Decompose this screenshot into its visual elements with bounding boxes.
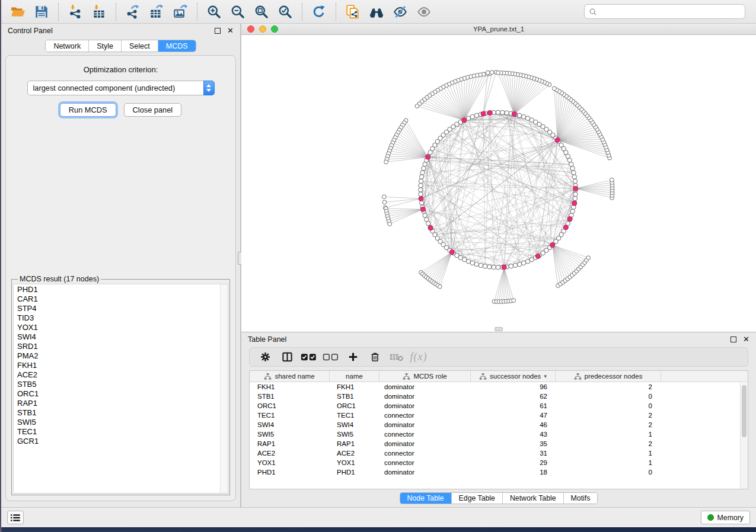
table-row[interactable]: STB1STB1dominator620 xyxy=(250,392,748,401)
run-mcds-button[interactable]: Run MCDS xyxy=(60,103,116,117)
mcds-result-item[interactable]: STP4 xyxy=(17,304,228,313)
column-header-shared-name[interactable]: shared name xyxy=(250,371,330,382)
mcds-result-item[interactable]: SWI4 xyxy=(17,332,228,342)
mcds-result-item[interactable]: PMA2 xyxy=(17,351,228,361)
zoom-selected-button[interactable] xyxy=(273,2,297,21)
toolbar-separator xyxy=(302,3,302,21)
task-history-button[interactable] xyxy=(7,511,24,524)
float-table-panel-icon[interactable] xyxy=(731,336,736,342)
mcds-result-item[interactable]: RAP1 xyxy=(17,399,228,408)
mcds-result-item[interactable]: STB1 xyxy=(17,408,228,418)
table-cell: FKH1 xyxy=(250,383,330,390)
export-image-button[interactable] xyxy=(168,2,192,21)
column-header-predecessor-nodes[interactable]: predecessor nodes xyxy=(556,371,661,382)
add-column-button[interactable] xyxy=(343,349,363,365)
column-header-successor-nodes[interactable]: successor nodes ▾ xyxy=(471,371,556,382)
result-list-scrollbar[interactable] xyxy=(220,284,228,493)
mcds-result-list[interactable]: PHD1CAR1STP4TID3YOX1SWI4SRD1PMA2FKH1ACE2… xyxy=(13,284,228,493)
save-session-button[interactable] xyxy=(30,2,53,21)
tab-mcds[interactable]: MCDS xyxy=(158,40,196,52)
settings-gear-button[interactable] xyxy=(255,349,275,365)
hide-graphics-details-button[interactable] xyxy=(388,2,412,21)
export-network-button[interactable] xyxy=(121,2,145,21)
table-row[interactable]: YOX1YOX1connector291 xyxy=(250,458,748,467)
optimization-criterion-select[interactable]: largest connected component (undirected) xyxy=(27,81,215,95)
refresh-button[interactable] xyxy=(307,2,331,21)
memory-status-icon xyxy=(707,514,714,521)
mcds-result-item[interactable]: TID3 xyxy=(17,313,228,323)
table-row[interactable]: SWI5SWI5connector431 xyxy=(250,430,748,439)
mcds-result-item[interactable]: PHD1 xyxy=(17,285,228,294)
tab-style[interactable]: Style xyxy=(89,40,122,52)
float-panel-icon[interactable] xyxy=(215,28,221,34)
delete-table-button[interactable] xyxy=(387,349,407,365)
table-cell: PHD1 xyxy=(250,469,330,476)
deselect-all-columns-button[interactable] xyxy=(321,349,341,365)
zoom-out-button[interactable] xyxy=(226,2,250,21)
table-row[interactable]: ACE2ACE2connector311 xyxy=(250,448,748,458)
optimization-criterion-value: largest connected component (undirected) xyxy=(28,84,203,92)
split-columns-button[interactable] xyxy=(277,349,297,365)
horizontal-splitter-grip[interactable] xyxy=(495,327,503,331)
zoom-fit-button[interactable] xyxy=(250,2,273,21)
tab-select[interactable]: Select xyxy=(122,40,158,52)
tab-node-table[interactable]: Node Table xyxy=(400,493,452,504)
mcds-result-item[interactable]: SRD1 xyxy=(17,342,228,351)
gear-icon xyxy=(260,351,271,363)
mcds-result-item[interactable]: ORC1 xyxy=(17,389,228,399)
network-window-titlebar[interactable]: YPA_prune.txt_1 xyxy=(241,24,756,35)
export-image-icon xyxy=(173,4,188,20)
table-cell: RAP1 xyxy=(330,440,379,447)
show-graphics-details-button[interactable] xyxy=(412,2,436,21)
tab-edge-table[interactable]: Edge Table xyxy=(452,493,503,504)
delete-column-button[interactable] xyxy=(365,349,385,365)
toolbar-separator xyxy=(116,3,116,21)
close-panel-button[interactable]: Close panel xyxy=(124,103,182,117)
share-document-button[interactable] xyxy=(341,2,365,21)
table-cell: dominator xyxy=(379,402,471,409)
table-cell: ORC1 xyxy=(250,402,330,409)
mcds-result-item[interactable]: SWI5 xyxy=(17,418,228,427)
mcds-result-item[interactable]: FKH1 xyxy=(17,361,228,370)
binoculars-button[interactable] xyxy=(365,2,388,21)
table-row[interactable]: ORC1ORC1dominator610 xyxy=(250,401,748,411)
mcds-result-item[interactable]: TEC1 xyxy=(17,427,228,437)
zoom-in-button[interactable] xyxy=(202,2,226,21)
network-canvas[interactable] xyxy=(241,35,756,332)
list-icon xyxy=(10,514,21,522)
import-table-button[interactable] xyxy=(87,2,111,21)
unchecked-boxes-icon xyxy=(323,351,339,363)
close-panel-icon[interactable]: ✕ xyxy=(227,28,234,34)
memory-button[interactable]: Memory xyxy=(701,511,750,524)
mcds-result-item[interactable]: STB5 xyxy=(17,380,228,389)
table-row[interactable]: TEC1TEC1connector472 xyxy=(250,411,748,420)
table-scrollbar[interactable] xyxy=(740,383,748,489)
network-graph[interactable] xyxy=(241,35,756,332)
select-stepper-icon xyxy=(203,81,215,95)
mcds-result-item[interactable]: YOX1 xyxy=(17,323,228,332)
tab-motifs[interactable]: Motifs xyxy=(564,493,598,504)
tab-network[interactable]: Network xyxy=(46,40,89,52)
tab-network-table[interactable]: Network Table xyxy=(503,493,564,504)
search-input[interactable] xyxy=(600,8,741,16)
import-network-button[interactable] xyxy=(63,2,87,21)
export-table-button[interactable] xyxy=(145,2,168,21)
mcds-result-item[interactable]: CAR1 xyxy=(17,294,228,304)
open-folder-icon xyxy=(10,4,25,20)
select-all-columns-button[interactable] xyxy=(299,349,319,365)
mcds-result-item[interactable]: GCR1 xyxy=(17,437,228,446)
table-cell: dominator xyxy=(379,393,471,400)
search-box[interactable] xyxy=(584,4,745,19)
column-header-mcds-role[interactable]: MCDS role xyxy=(379,371,471,382)
column-header-name[interactable]: name xyxy=(330,371,379,382)
table-row[interactable]: RAP1RAP1dominator352 xyxy=(250,439,748,448)
function-builder-button[interactable]: f(x) xyxy=(409,349,429,365)
table-cell: 43 xyxy=(471,431,556,438)
table-row[interactable]: PHD1PHD1dominator180 xyxy=(250,467,748,477)
table-row[interactable]: SWI4SWI4dominator462 xyxy=(250,420,748,430)
open-session-button[interactable] xyxy=(6,2,30,21)
close-table-panel-icon[interactable]: ✕ xyxy=(743,336,749,342)
mcds-result-item[interactable]: ACE2 xyxy=(17,370,228,380)
scrollbar-thumb[interactable] xyxy=(742,385,747,437)
table-row[interactable]: FKH1FKH1dominator962 xyxy=(250,382,748,392)
